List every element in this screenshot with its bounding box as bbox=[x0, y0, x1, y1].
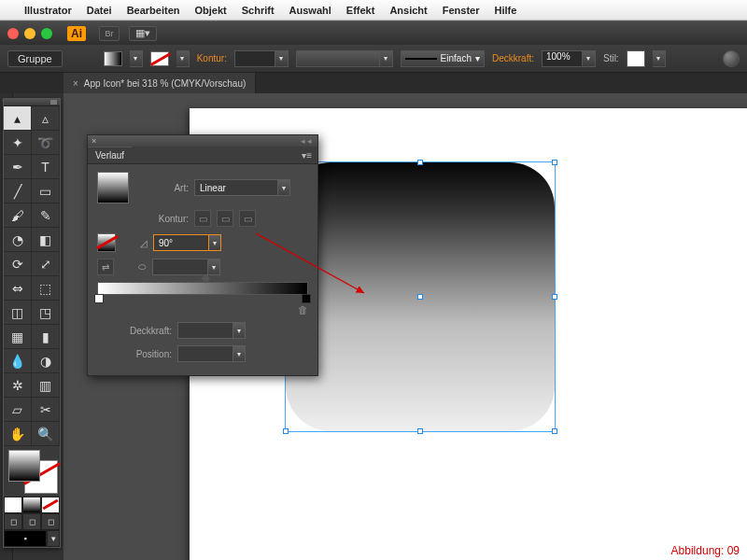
selection-tool[interactable]: ▴ bbox=[4, 106, 32, 131]
gradient-mode-button[interactable] bbox=[22, 497, 41, 513]
magic-wand-tool[interactable]: ✦ bbox=[4, 131, 32, 155]
bridge-button[interactable]: Br bbox=[99, 26, 120, 41]
menu-item-ansicht[interactable]: Ansicht bbox=[389, 5, 427, 16]
gradient-aspect-dropdown[interactable]: ▾ bbox=[208, 259, 220, 275]
artboard-tool[interactable]: ▱ bbox=[4, 398, 32, 422]
reverse-gradient-button[interactable]: ⇄ bbox=[97, 259, 114, 275]
stroke-dropdown[interactable]: ▾ bbox=[176, 50, 190, 67]
zoom-window-icon[interactable] bbox=[41, 28, 52, 39]
gradient-aspect-field[interactable] bbox=[152, 259, 208, 275]
hand-tool[interactable]: ✋ bbox=[4, 422, 32, 446]
gradient-slider[interactable] bbox=[97, 282, 308, 295]
shape-builder-tool[interactable]: ◫ bbox=[4, 301, 32, 325]
handle-bl[interactable] bbox=[283, 428, 289, 434]
menu-item-fenster[interactable]: Fenster bbox=[443, 5, 480, 16]
menu-item-effekt[interactable]: Effekt bbox=[346, 5, 375, 16]
mesh-tool[interactable]: ▦ bbox=[4, 325, 32, 349]
fill-dropdown[interactable]: ▾ bbox=[130, 50, 143, 67]
document-setup-icon[interactable] bbox=[723, 50, 740, 67]
symbol-sprayer-tool[interactable]: ✲ bbox=[4, 373, 32, 398]
width-tool[interactable]: ⇔ bbox=[4, 276, 32, 301]
gradient-stroke-swatch[interactable] bbox=[97, 233, 116, 252]
handle-tm[interactable] bbox=[417, 160, 423, 165]
direct-selection-tool[interactable]: ▵ bbox=[32, 106, 60, 131]
fill-swatch[interactable] bbox=[104, 51, 122, 66]
arrange-docs-button[interactable]: ▦▾ bbox=[129, 26, 157, 41]
stroke-gradient-along-button[interactable]: ▭ bbox=[217, 210, 233, 227]
handle-mr[interactable] bbox=[552, 294, 557, 300]
stop-opacity-field[interactable] bbox=[177, 322, 233, 339]
stroke-swatch-none[interactable] bbox=[150, 51, 169, 66]
panel-menu-icon[interactable]: ▾≡ bbox=[302, 150, 312, 161]
rotate-tool[interactable]: ⟳ bbox=[4, 252, 32, 276]
perspective-tool[interactable]: ◳ bbox=[32, 301, 60, 325]
panel-close-icon[interactable]: × bbox=[92, 136, 96, 146]
fill-indicator[interactable] bbox=[8, 450, 40, 482]
tools-panel-header[interactable] bbox=[4, 99, 60, 106]
blob-brush-tool[interactable]: ◔ bbox=[4, 228, 32, 252]
type-tool[interactable]: T bbox=[32, 155, 60, 179]
draw-normal-button[interactable]: ◻ bbox=[4, 513, 22, 530]
eyedropper-tool[interactable]: 💧 bbox=[4, 349, 32, 373]
menu-item-schrift[interactable]: Schrift bbox=[242, 5, 275, 16]
zoom-tool[interactable]: 🔍 bbox=[32, 422, 60, 446]
stop-position-field[interactable] bbox=[177, 345, 233, 362]
close-tab-icon[interactable]: × bbox=[73, 78, 78, 89]
stroke-profile-field[interactable]: Einfach▾ bbox=[401, 50, 485, 67]
gradient-angle-field[interactable]: 90° bbox=[153, 234, 209, 251]
rectangle-tool[interactable]: ▭ bbox=[32, 179, 60, 203]
lasso-tool[interactable]: ➰ bbox=[32, 131, 60, 155]
opacity-value[interactable]: 100% bbox=[542, 50, 583, 67]
panel-collapse-icon[interactable]: ◂◂ bbox=[301, 136, 314, 146]
menu-item-datei[interactable]: Datei bbox=[87, 5, 112, 16]
handle-bm[interactable] bbox=[417, 428, 423, 434]
gradient-panel-header[interactable]: × ◂◂ bbox=[88, 135, 317, 147]
pencil-tool[interactable]: ✎ bbox=[32, 203, 60, 228]
document-tab[interactable]: × App Icon* bei 318 % (CMYK/Vorschau) bbox=[63, 73, 256, 93]
gradient-panel-tab[interactable]: Verlauf bbox=[88, 147, 132, 163]
eraser-tool[interactable]: ◧ bbox=[32, 228, 60, 252]
paintbrush-tool[interactable]: 🖌 bbox=[4, 203, 32, 228]
menu-item-hilfe[interactable]: Hilfe bbox=[494, 5, 516, 16]
stop-position-dropdown[interactable]: ▾ bbox=[233, 345, 246, 362]
graphic-style-dropdown[interactable]: ▾ bbox=[653, 50, 666, 67]
screen-mode-button[interactable]: ▪ bbox=[4, 530, 47, 547]
none-mode-button[interactable] bbox=[41, 497, 60, 513]
close-window-icon[interactable] bbox=[7, 28, 19, 39]
menu-item-objekt[interactable]: Objekt bbox=[195, 5, 227, 16]
draw-behind-button[interactable]: ◻ bbox=[22, 513, 41, 530]
gradient-angle-dropdown[interactable]: ▾ bbox=[209, 234, 221, 251]
color-mode-button[interactable] bbox=[4, 497, 22, 513]
gradient-preview[interactable] bbox=[97, 172, 129, 203]
handle-br[interactable] bbox=[552, 428, 557, 434]
minimize-window-icon[interactable] bbox=[24, 28, 35, 39]
gradient-type-field[interactable]: Linear bbox=[194, 179, 278, 196]
scale-tool[interactable]: ⤢ bbox=[32, 252, 60, 276]
gradient-midpoint[interactable] bbox=[202, 274, 211, 284]
gradient-stop-white[interactable] bbox=[94, 294, 104, 303]
gradient-tool[interactable]: ▮ bbox=[32, 325, 60, 349]
column-graph-tool[interactable]: ▥ bbox=[32, 373, 60, 398]
line-tool[interactable]: ╱ bbox=[4, 179, 32, 203]
slice-tool[interactable]: ✂ bbox=[32, 398, 60, 422]
opacity-field[interactable]: 100%▾ bbox=[542, 50, 596, 67]
stroke-weight-field[interactable]: ▾ bbox=[234, 50, 289, 67]
selected-shape[interactable] bbox=[286, 162, 555, 543]
free-transform-tool[interactable]: ⬚ bbox=[32, 276, 60, 301]
gradient-stop-black[interactable] bbox=[302, 294, 311, 303]
menu-item-auswahl[interactable]: Auswahl bbox=[289, 5, 331, 16]
handle-center[interactable] bbox=[417, 294, 423, 300]
menu-item-app[interactable]: Illustrator bbox=[24, 5, 72, 16]
stroke-gradient-within-button[interactable]: ▭ bbox=[194, 210, 211, 227]
delete-stop-icon[interactable]: 🗑 bbox=[298, 304, 308, 315]
stop-opacity-dropdown[interactable]: ▾ bbox=[233, 322, 246, 339]
blend-tool[interactable]: ◑ bbox=[32, 349, 60, 373]
pen-tool[interactable]: ✒ bbox=[4, 155, 32, 179]
stroke-gradient-across-button[interactable]: ▭ bbox=[239, 210, 256, 227]
handle-tr[interactable] bbox=[552, 160, 557, 165]
brush-field[interactable]: ▾ bbox=[296, 50, 393, 67]
screen-mode-dropdown[interactable]: ▾ bbox=[47, 530, 60, 547]
fill-stroke-indicator[interactable] bbox=[5, 448, 59, 495]
draw-inside-button[interactable]: ◻ bbox=[41, 513, 60, 530]
graphic-style-swatch[interactable] bbox=[627, 50, 645, 67]
